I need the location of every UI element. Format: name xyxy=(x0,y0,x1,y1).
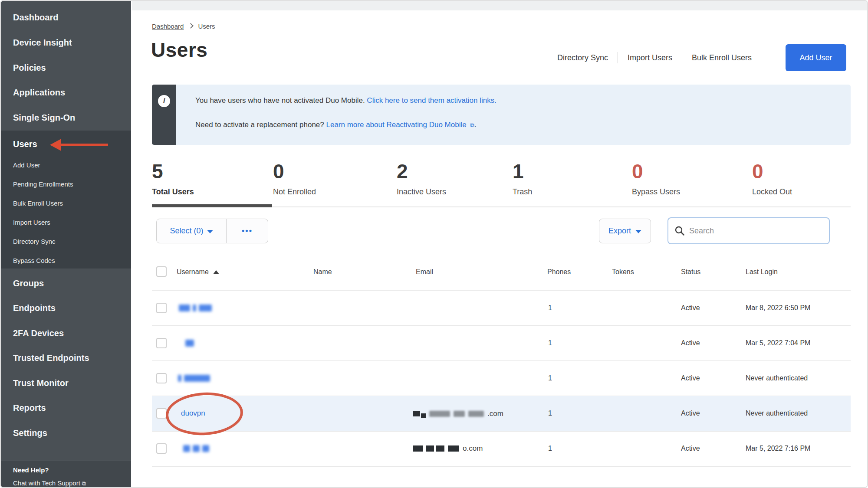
sidebar-item-dashboard[interactable]: Dashboard xyxy=(13,13,58,23)
column-header-last-login[interactable]: Last Login xyxy=(746,268,778,276)
column-header-name[interactable]: Name xyxy=(313,268,332,276)
column-header-phones[interactable]: Phones xyxy=(547,268,571,276)
stat-locked-out[interactable]: 0 Locked Out xyxy=(752,160,792,197)
stat-total-users[interactable]: 5 Total Users xyxy=(152,160,194,197)
external-link-icon: ⧉ xyxy=(82,480,86,487)
sidebar-item-pending-enrollments[interactable]: Pending Enrollments xyxy=(13,180,73,188)
status-cell: Active xyxy=(681,339,700,347)
redacted-username-link[interactable] xyxy=(179,305,212,311)
breadcrumb-dashboard-link[interactable]: Dashboard xyxy=(152,23,184,30)
sidebar-item-import-users[interactable]: Import Users xyxy=(13,219,50,226)
sidebar-footer: Need Help? Chat with Tech Support⧉ xyxy=(1,461,131,488)
sidebar-item-add-user[interactable]: Add User xyxy=(13,161,40,169)
row-checkbox[interactable] xyxy=(156,303,167,313)
status-cell: Active xyxy=(681,304,700,312)
row-checkbox[interactable] xyxy=(156,373,167,383)
banner-line-2: Need to activate a replacement phone? Le… xyxy=(195,121,476,129)
sidebar-item-trusted-endpoints[interactable]: Trusted Endpoints xyxy=(13,353,89,363)
stat-value: 2 xyxy=(397,160,446,182)
sidebar-item-groups[interactable]: Groups xyxy=(13,278,44,288)
sidebar-item-directory-sync[interactable]: Directory Sync xyxy=(13,238,56,245)
redacted-username-link[interactable] xyxy=(178,375,210,382)
directory-sync-link[interactable]: Directory Sync xyxy=(556,53,609,62)
breadcrumb-current: Users xyxy=(198,23,215,30)
add-user-button[interactable]: Add User xyxy=(786,44,846,71)
username-link-duovpn[interactable]: duovpn xyxy=(181,409,205,418)
external-link-icon: ⧉ xyxy=(470,122,474,128)
active-tab-indicator xyxy=(152,204,272,207)
phones-cell: 1 xyxy=(548,304,552,312)
export-button[interactable]: Export xyxy=(599,219,651,243)
import-users-link[interactable]: Import Users xyxy=(627,53,673,62)
row-checkbox[interactable] xyxy=(156,338,167,348)
page-title: Users xyxy=(151,38,207,62)
stat-value: 0 xyxy=(752,160,792,182)
sidebar-item-endpoints[interactable]: Endpoints xyxy=(13,303,56,313)
column-header-tokens[interactable]: Tokens xyxy=(612,268,634,276)
top-strip xyxy=(132,1,868,10)
header-action-links: Directory Sync Import Users Bulk Enroll … xyxy=(556,52,753,63)
need-help-heading: Need Help? xyxy=(13,466,49,474)
banner-icon-strip: i xyxy=(152,85,176,145)
info-icon: i xyxy=(158,95,170,107)
chevron-right-icon xyxy=(188,23,194,29)
sidebar: Dashboard Device Insight Policies Applic… xyxy=(1,1,131,488)
column-header-username[interactable]: Username xyxy=(177,268,219,276)
select-dropdown-button[interactable]: Select (0) xyxy=(157,219,226,243)
search-icon xyxy=(674,226,685,236)
table-divider xyxy=(152,290,851,291)
redacted-username-link[interactable] xyxy=(185,340,194,347)
sidebar-item-device-insight[interactable]: Device Insight xyxy=(13,38,72,48)
sidebar-item-bulk-enroll-users[interactable]: Bulk Enroll Users xyxy=(13,200,63,207)
sidebar-item-policies[interactable]: Policies xyxy=(13,63,46,73)
stat-bypass-users[interactable]: 0 Bypass Users xyxy=(632,160,680,197)
breadcrumb: Dashboard Users xyxy=(152,23,215,30)
chat-with-tech-support-link[interactable]: Chat with Tech Support⧉ xyxy=(13,479,86,487)
row-divider xyxy=(152,325,851,326)
stat-trash[interactable]: 1 Trash xyxy=(513,160,532,197)
search-box xyxy=(667,217,830,244)
sidebar-item-bypass-codes[interactable]: Bypass Codes xyxy=(13,257,55,264)
stat-value: 5 xyxy=(152,160,194,182)
stat-inactive-users[interactable]: 2 Inactive Users xyxy=(397,160,446,197)
sidebar-item-2fa-devices[interactable]: 2FA Devices xyxy=(13,328,64,338)
last-login-cell: Mar 5, 2022 7:16 PM xyxy=(746,445,810,452)
stat-value: 0 xyxy=(273,160,316,182)
stat-label: Not Enrolled xyxy=(273,187,316,197)
sidebar-item-settings[interactable]: Settings xyxy=(13,428,47,438)
send-activation-links-link[interactable]: Click here to send them activation links… xyxy=(367,96,496,105)
search-input[interactable] xyxy=(689,226,823,236)
stat-value: 0 xyxy=(632,160,680,182)
divider xyxy=(682,52,682,63)
select-all-checkbox[interactable] xyxy=(156,266,167,277)
sidebar-item-users[interactable]: Users xyxy=(13,139,37,149)
sidebar-item-single-sign-on[interactable]: Single Sign-On xyxy=(13,113,75,123)
last-login-cell: Never authenticated xyxy=(746,374,808,382)
more-actions-button[interactable]: ••• xyxy=(226,219,268,243)
sidebar-item-trust-monitor[interactable]: Trust Monitor xyxy=(13,378,69,388)
stat-label: Inactive Users xyxy=(397,187,446,197)
redacted-email: .com xyxy=(413,409,503,418)
sidebar-item-reports[interactable]: Reports xyxy=(13,403,46,413)
last-login-cell: Mar 8, 2022 6:50 PM xyxy=(746,304,810,312)
redacted-username-link[interactable] xyxy=(183,445,209,452)
stat-not-enrolled[interactable]: 0 Not Enrolled xyxy=(273,160,316,197)
banner-line-1: You have users who have not activated Du… xyxy=(195,96,496,105)
column-header-status[interactable]: Status xyxy=(681,268,700,276)
row-checkbox[interactable] xyxy=(156,443,167,454)
select-button-group: Select (0) ••• xyxy=(156,219,268,243)
row-divider xyxy=(152,396,851,396)
sidebar-item-applications[interactable]: Applications xyxy=(13,88,65,98)
row-checkbox[interactable] xyxy=(156,408,167,419)
status-cell: Active xyxy=(681,409,700,417)
row-divider xyxy=(152,466,851,467)
stat-label: Trash xyxy=(513,187,532,197)
phones-cell: 1 xyxy=(548,374,552,382)
column-header-email[interactable]: Email xyxy=(416,268,433,276)
redacted-email: o.com xyxy=(413,444,483,453)
reactivating-duo-mobile-link[interactable]: Learn more about Reactivating Duo Mobile xyxy=(326,121,467,129)
stat-label: Bypass Users xyxy=(632,187,680,197)
bulk-enroll-users-link[interactable]: Bulk Enroll Users xyxy=(691,53,753,62)
phones-cell: 1 xyxy=(548,409,552,417)
status-cell: Active xyxy=(681,374,700,382)
